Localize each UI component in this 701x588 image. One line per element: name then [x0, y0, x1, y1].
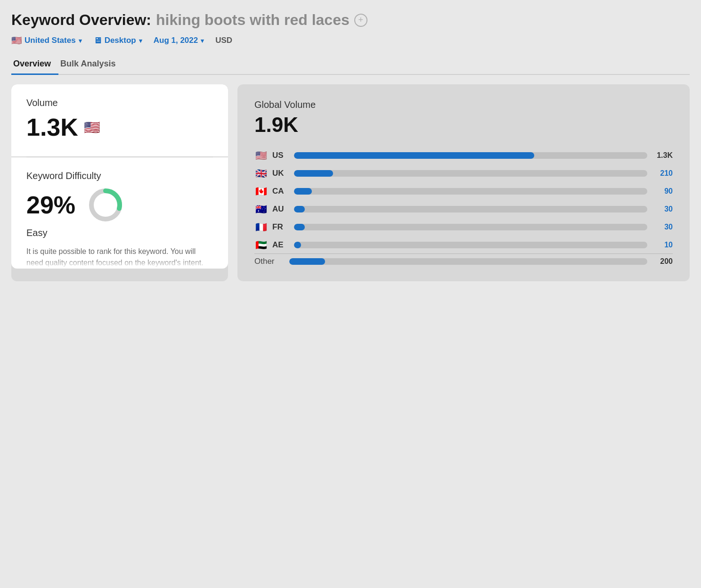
device-chevron-icon: ▾ [139, 37, 142, 44]
country-flag-icon: 🇫🇷 [254, 221, 268, 233]
volume-card-label: Volume [26, 98, 213, 108]
country-flag-icon: 🇨🇦 [254, 186, 268, 197]
kd-description: It is quite possible to rank for this ke… [26, 246, 213, 269]
device-filter-button[interactable]: 🖥 Desktop ▾ [93, 36, 142, 46]
country-label: United States [24, 36, 76, 45]
country-bar-fill [294, 206, 305, 212]
kd-value: 29% [26, 191, 75, 219]
global-volume-label: Global Volume [254, 99, 673, 110]
country-code: CA [272, 187, 289, 196]
other-label: Other [254, 257, 285, 266]
country-row: 🇺🇸 US 1.3K [254, 150, 673, 161]
country-code: FR [272, 222, 289, 232]
country-count: 30 [652, 205, 673, 213]
kd-rating: Easy [26, 228, 213, 238]
date-filter-button[interactable]: Aug 1, 2022 ▾ [154, 36, 204, 45]
country-row: 🇦🇺 AU 30 [254, 204, 673, 215]
country-count: 1.3K [652, 151, 673, 160]
kd-value-row: 29% [26, 186, 213, 224]
country-flag-icon: 🇺🇸 [254, 150, 268, 161]
country-row: 🇫🇷 FR 30 [254, 221, 673, 233]
other-divider [254, 253, 673, 254]
country-code: UK [272, 169, 289, 178]
country-code: AU [272, 204, 289, 214]
desktop-icon: 🖥 [93, 36, 102, 46]
country-rows: 🇺🇸 US 1.3K 🇬🇧 UK 210 🇨🇦 CA 90 🇦🇺 AU [254, 150, 673, 251]
other-count: 200 [652, 257, 673, 266]
country-bar-track [294, 170, 647, 177]
tabs-row: Overview Bulk Analysis [11, 55, 690, 75]
country-row: 🇦🇪 AE 10 [254, 239, 673, 251]
page-title-static: Keyword Overview: [11, 11, 151, 29]
kd-card: Keyword Difficulty 29% Easy It is quite … [11, 157, 228, 269]
country-flag-icon: 🇦🇺 [254, 204, 268, 215]
add-keyword-button[interactable]: + [354, 14, 367, 27]
country-bar-track [294, 242, 647, 248]
country-count: 90 [652, 187, 673, 196]
country-bar-fill [294, 188, 312, 195]
country-bar-fill [294, 224, 305, 230]
country-row: 🇨🇦 CA 90 [254, 186, 673, 197]
device-label: Desktop [105, 36, 136, 45]
country-flag-icon: 🇦🇪 [254, 239, 268, 251]
other-row: Other 200 [254, 257, 673, 266]
left-panel: Volume 1.3K 🇺🇸 Keyword Difficulty 29% [11, 84, 228, 281]
country-chevron-icon: ▾ [79, 37, 82, 44]
kd-donut-chart [87, 186, 124, 224]
header: Keyword Overview: hiking boots with red … [11, 11, 690, 75]
country-code: AE [272, 240, 289, 250]
country-filter-button[interactable]: 🇺🇸 United States ▾ [11, 35, 82, 46]
country-bar-fill [294, 152, 534, 159]
filters-row: 🇺🇸 United States ▾ 🖥 Desktop ▾ Aug 1, 20… [11, 35, 690, 46]
volume-value-row: 1.3K 🇺🇸 [26, 113, 213, 141]
country-count: 10 [652, 241, 673, 249]
country-count: 210 [652, 169, 673, 178]
country-bar-track [294, 224, 647, 230]
right-panel: Global Volume 1.9K 🇺🇸 US 1.3K 🇬🇧 UK 210 … [237, 84, 690, 281]
date-label: Aug 1, 2022 [154, 36, 198, 45]
country-bar-track [294, 188, 647, 195]
tab-overview[interactable]: Overview [11, 55, 58, 75]
country-bar-fill [294, 170, 333, 177]
kd-card-label: Keyword Difficulty [26, 171, 213, 181]
country-flag-icon: 🇬🇧 [254, 168, 268, 179]
country-code: US [272, 151, 289, 160]
content-area: Volume 1.3K 🇺🇸 Keyword Difficulty 29% [11, 84, 690, 281]
volume-value: 1.3K [26, 113, 78, 141]
us-flag-icon: 🇺🇸 [11, 35, 22, 46]
country-bar-fill [294, 242, 301, 248]
tab-bulk-analysis[interactable]: Bulk Analysis [58, 55, 123, 75]
other-bar-track [289, 258, 647, 265]
page-title-keyword: hiking boots with red laces [156, 11, 350, 29]
date-chevron-icon: ▾ [201, 37, 204, 44]
volume-card: Volume 1.3K 🇺🇸 [11, 84, 228, 156]
currency-label: USD [215, 36, 232, 45]
country-row: 🇬🇧 UK 210 [254, 168, 673, 179]
global-volume-value: 1.9K [254, 113, 673, 137]
country-bar-track [294, 206, 647, 212]
title-row: Keyword Overview: hiking boots with red … [11, 11, 690, 29]
country-bar-track [294, 152, 647, 159]
other-bar-fill [289, 258, 325, 265]
volume-flag-icon: 🇺🇸 [84, 120, 100, 135]
country-count: 30 [652, 223, 673, 231]
